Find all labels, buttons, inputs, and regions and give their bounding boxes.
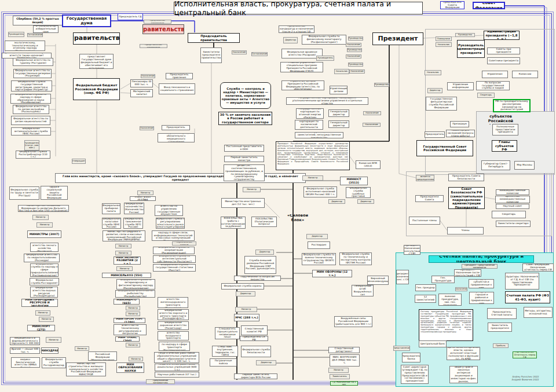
- mintrans: МИН ТРАНС (300): [115, 336, 140, 342]
- gubernatory: Губернатор Санкт-Петербурга: [481, 160, 510, 170]
- minselkhoz: МИНСЕЛЬХОЗ (550): [102, 273, 151, 278]
- minenergo: МИНЭНЕРГО (665): [114, 299, 140, 305]
- pomoshchniki-lbl: Помощники: [436, 36, 452, 41]
- ministr-d: Министр: [39, 317, 54, 322]
- upravleniya: Управления: [482, 71, 508, 78]
- konsulstva: КОНСУЛЬСТВА (работа с соотечественниками…: [221, 217, 246, 229]
- sekretar-ap: Секретарь: [477, 93, 495, 98]
- fsin: Федеральная служба исполнения наказаний …: [303, 186, 337, 197]
- pravitelstvo-pink: Правительство: [142, 24, 184, 34]
- direktor-fsb: Директор: [256, 360, 276, 365]
- ruk-status: Руководитель (статус: зам. мин.): [24, 140, 39, 151]
- razrabatyvaet: Разрабатывает и представляет Государстве…: [79, 54, 114, 69]
- naznachenie-l1: Назначение: [346, 43, 361, 47]
- gfs: Государственная фельдъегерская служба Ро…: [426, 97, 457, 111]
- komissii-ap: Комиссии: [512, 71, 538, 78]
- mezhved-kom: Межведомственные комиссии: [496, 189, 529, 195]
- persdannye-lbl: Персональные данные: [172, 241, 196, 246]
- rossotrudnichestvo: Федеральное агентство по делам СНГ, соот…: [224, 164, 265, 181]
- verkhovny: Верховный Главнокомандующий: [367, 276, 389, 285]
- naznach-ruk-bar: Назначение руководителей и их заместител…: [295, 132, 343, 138]
- goskorp-bar: Государственные корпорации, находящиеся …: [286, 97, 368, 105]
- rosatom: Государственная корпорация по атомной эн…: [296, 108, 324, 119]
- genshtab: Генеральный штаб Вооружённых сил: [352, 285, 374, 296]
- fts: Федеральная таможенная служба (ФТС Росси…: [123, 218, 143, 229]
- direktor-rosgv: Директор: [306, 234, 328, 239]
- postpred-oon: Постоянный представитель в ООН: [224, 145, 264, 152]
- minsport: МИНСПОРТ (275): [27, 325, 55, 331]
- vrachi: Врачей — свыше 500 тыс. ч.: [10, 347, 40, 354]
- kaznacheystvo: Федеральное казначейство (Казначейство Р…: [124, 203, 144, 214]
- sledovatel: Следователь (процессуально независимое л…: [215, 327, 240, 339]
- centrobank: Центральный банк: [419, 340, 447, 347]
- glavy-sub: Главы субъектов РФ: [492, 140, 517, 152]
- sberbank: Сбербанк (50,2 % простых акций): [13, 16, 63, 25]
- ffoms: Федеральный фонд обязательного медицинск…: [158, 133, 195, 142]
- pedagogi-shkoly: Педагогических работников образовательны…: [154, 352, 199, 363]
- gd-naznach-cb: ГД: Назначение Отчетность перед ГД: [513, 351, 537, 358]
- rostrud: Федеральная служба по труду и занятости …: [9, 186, 39, 200]
- mchs: МЧС (288 т.ч.): [234, 314, 259, 321]
- naznachenie-l3: Назначение: [349, 69, 365, 74]
- sovet-direktorov: Совет директоров (утверждает ГД, по пред…: [401, 365, 429, 384]
- pred-sk: Председатель СК РФ: [240, 336, 268, 341]
- direktor-fssp: Директор: [357, 199, 374, 204]
- page-title: Исполнительная власть, прокуратура, счет…: [174, 2, 423, 14]
- gosduma: Государственная дума: [62, 14, 111, 27]
- pred-sovfed: Председатель Совета Федерации: [440, 1, 464, 9]
- rukovodstvo-lbl-ap: Руководство: [455, 33, 475, 37]
- pedagogi-dou: Педагогических работников дошкольных учр…: [155, 364, 199, 371]
- org-chart-canvas: Сбербанк (50,2 % простых акций)Государст…: [0, 0, 556, 392]
- gendir1: Генеральный директор: [328, 109, 349, 117]
- ministr-m: Министр: [75, 346, 89, 351]
- glav-ministerstv: Глав всех министерств, кроме «силового б…: [55, 173, 306, 183]
- prez-naznach-left: Президент: Назначение (конс. с СФ): [396, 270, 409, 284]
- prez-naznach-sb: Президент: Назначение (консультации с СФ…: [404, 245, 420, 255]
- predlozhenie-kand-lbl: Предложение кандидатур: [144, 20, 171, 24]
- ministr-h: Министр: [115, 251, 131, 255]
- rosnedra: Федеральное агентство по недропользовани…: [24, 254, 60, 262]
- metody: Методы, алгоритмы, исходный код: [524, 307, 553, 318]
- sledstvie-tags: Следствие, внутренние, терроризм, гос. т…: [212, 346, 238, 357]
- pred-pravleniya: Председатель правления: [166, 73, 193, 79]
- rosgidromet: Федеральная служба Росгидромет: [30, 278, 59, 285]
- mid: Министерство иностранных дел (12 тыс. че…: [221, 198, 265, 208]
- fsb: Федеральная служба безопасности: [241, 346, 271, 357]
- fns: Федеральная налоговая служба (ФНС России…: [102, 218, 121, 229]
- roszdravnadzor: Федеральная служба Росздравнадзор: [42, 357, 66, 368]
- rosaviaciya: Федеральное агентство воздушного транспо…: [158, 331, 189, 340]
- ministr-e: Министр: [46, 337, 61, 343]
- zam-pred-schet: Заместитель председателя: [488, 323, 512, 332]
- mer-moskvy: Мэр Москвы: [514, 161, 535, 170]
- ministr-j: Министр: [126, 306, 140, 310]
- pred-gossovet-lbl: Председатель: [425, 131, 445, 138]
- pravitelstvo-big: Правительство: [73, 32, 120, 45]
- rosleskhoz: Федеральное агентство лесного хозяйства …: [30, 243, 58, 252]
- rostekhnadzor: Федеральная служба по экологическому, те…: [5, 41, 45, 51]
- post-chleny: Постоянные члены: [409, 217, 440, 225]
- uprdelami: Управление делами Президента Российской …: [281, 80, 324, 90]
- gendir2: Генеральный директор: [328, 120, 349, 128]
- pogranvoyska: Пограничные войска: [210, 358, 237, 367]
- predstavlenie-kand-lbl: Представление кандидатур: [140, 44, 167, 48]
- rosrybolovstvo: Федеральное агентство по рыболовству (Ро…: [115, 290, 155, 298]
- ministry-3007: МИНИСТРЫ (3007): [27, 230, 61, 238]
- fadn: Федеральное агентство по делам националь…: [11, 116, 50, 125]
- roskosmos: Государственная корпорация по космическо…: [295, 120, 323, 130]
- pred-prav: Председатель правительства: [188, 33, 240, 43]
- rosfinmonitoring: Федеральная служба по финансовому монито…: [302, 35, 346, 45]
- nachalnik-lbl-ap: Начальник: [436, 42, 452, 47]
- silovoy-lbl: «Силовой блок»: [280, 214, 316, 222]
- rosgvardiya: Росгвардия: [308, 241, 330, 249]
- ministr-n: Министр: [129, 357, 143, 361]
- zam-sekretarya: Заместители секретаря: [496, 221, 531, 227]
- mincifry: Министерство цифрового развития, связи и…: [103, 230, 145, 241]
- sovfed: Совет Федерации: [473, 2, 505, 9]
- rosrezerv: Федеральное агентство по государственным…: [13, 69, 52, 78]
- rosimushchestvo: Федеральное агентство по управлению госу…: [155, 205, 183, 216]
- soglasovanie-lbl: Согласование: [27, 33, 43, 37]
- rospatent: Федеральная служба по интеллектуальной с…: [153, 255, 196, 263]
- rosstat: Федеральная служба государственной стати…: [153, 264, 196, 272]
- prez-naznach-sf: Президент: Назначение после консультаций…: [454, 269, 481, 277]
- roszheldor: Федеральное агентство железнодорожного т…: [158, 297, 188, 308]
